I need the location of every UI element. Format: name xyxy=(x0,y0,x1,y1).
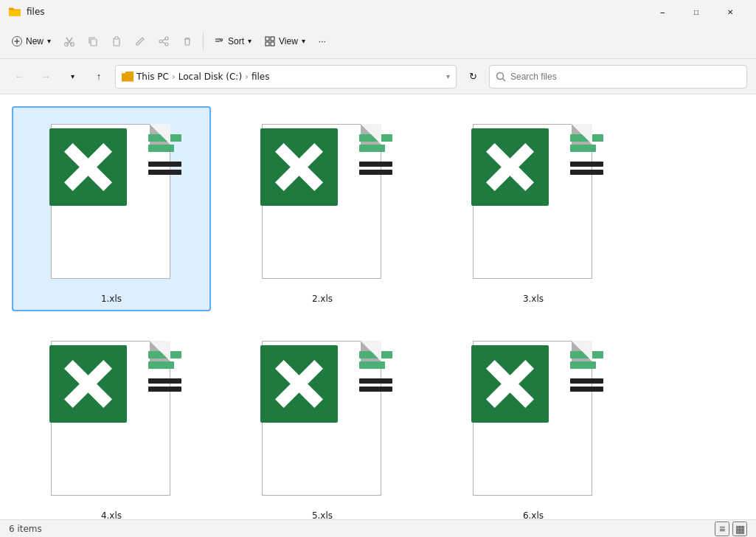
doc-corner-fold xyxy=(572,124,592,145)
excel-bg: ✕ ✕ xyxy=(260,345,338,423)
doc-corner-fold xyxy=(572,341,592,361)
status-bar: 6 items ≡ ▦ xyxy=(0,519,756,537)
file-area: ✕ ✕ 1.xls xyxy=(0,94,756,519)
more-button[interactable]: ··· xyxy=(313,29,332,54)
new-label: New xyxy=(26,36,44,46)
copy-button[interactable] xyxy=(82,29,104,54)
separator-1 xyxy=(203,32,204,50)
back-button[interactable]: ← xyxy=(9,66,30,87)
svg-rect-7 xyxy=(91,39,97,46)
paste-icon xyxy=(111,36,122,46)
file-label: 5.xls xyxy=(312,510,333,519)
new-chevron: ▾ xyxy=(47,37,51,45)
file-item[interactable]: ✕ ✕ 1.xls xyxy=(12,106,211,311)
sort-button[interactable]: Sort ▾ xyxy=(208,29,257,54)
file-item[interactable]: ✕ ✕ 2.xls xyxy=(223,106,422,311)
more-label: ··· xyxy=(319,36,326,46)
excel-bg: ✕ ✕ xyxy=(471,128,549,206)
maximize-button[interactable]: □ xyxy=(679,0,713,24)
breadcrumb-localdisk: Local Disk (C:) xyxy=(178,72,242,82)
breadcrumb-thispc: This PC xyxy=(136,72,169,82)
svg-point-12 xyxy=(159,40,162,43)
view-chevron: ▾ xyxy=(302,37,305,45)
toolbar: New ▾ Sort ▾ View ▾ ··· xyxy=(0,24,756,59)
svg-rect-19 xyxy=(266,42,269,46)
excel-embed: ✕ ✕ xyxy=(471,128,549,206)
up-button[interactable]: ↑ xyxy=(89,66,109,87)
excel-embed: ✕ ✕ xyxy=(471,345,549,423)
svg-line-13 xyxy=(162,39,165,41)
view-icon xyxy=(265,36,275,46)
view-button[interactable]: View ▾ xyxy=(259,29,311,54)
paste-button[interactable] xyxy=(105,29,128,54)
file-item[interactable]: ✕ ✕ 3.xls xyxy=(434,106,633,311)
window-controls: ‒ □ ✕ xyxy=(645,0,747,24)
file-item[interactable]: ✕ ✕ 4.xls xyxy=(12,323,211,519)
file-item[interactable]: ✕ ✕ 6.xls xyxy=(434,323,633,519)
sort-label: Sort xyxy=(228,36,244,46)
svg-rect-18 xyxy=(271,37,274,41)
breadcrumb-expand[interactable]: ▾ xyxy=(446,72,450,80)
excel-embed: ✕ ✕ xyxy=(49,345,127,423)
excel-embed: ✕ ✕ xyxy=(260,345,338,423)
svg-point-11 xyxy=(165,43,168,46)
file-label: 3.xls xyxy=(523,294,544,304)
close-button[interactable]: ✕ xyxy=(713,0,747,24)
excel-bg: ✕ ✕ xyxy=(49,128,127,206)
svg-point-21 xyxy=(497,72,504,79)
share-button[interactable] xyxy=(153,29,175,54)
breadcrumb-folder-icon xyxy=(122,72,133,82)
new-button[interactable]: New ▾ xyxy=(6,29,57,54)
grid-view-button[interactable]: ▦ xyxy=(732,522,747,536)
list-view-button[interactable]: ≡ xyxy=(715,522,729,536)
svg-rect-17 xyxy=(266,37,269,41)
doc-corner-fold xyxy=(361,341,381,361)
file-icon-wrapper: ✕ ✕ xyxy=(460,114,607,291)
recent-button[interactable]: ▾ xyxy=(62,66,83,87)
copy-icon xyxy=(88,36,98,46)
file-grid: ✕ ✕ 1.xls xyxy=(12,106,744,519)
search-input[interactable] xyxy=(510,72,741,82)
address-bar: ← → ▾ ↑ This PC › Local Disk (C:) › file… xyxy=(0,59,756,94)
excel-bg: ✕ ✕ xyxy=(260,128,338,206)
excel-bg: ✕ ✕ xyxy=(49,345,127,423)
title-bar: files ‒ □ ✕ xyxy=(0,0,756,24)
doc-corner-fold xyxy=(150,341,170,361)
doc-corner-fold xyxy=(361,124,381,145)
excel-embed: ✕ ✕ xyxy=(49,128,127,206)
file-label: 6.xls xyxy=(523,510,544,519)
excel-embed: ✕ ✕ xyxy=(260,128,338,206)
svg-rect-9 xyxy=(115,37,118,39)
excel-bg: ✕ ✕ xyxy=(471,345,549,423)
refresh-button[interactable]: ↻ xyxy=(462,66,483,87)
doc-corner-fold xyxy=(150,124,170,145)
svg-point-10 xyxy=(165,37,168,40)
rename-button[interactable] xyxy=(129,29,151,54)
svg-rect-20 xyxy=(271,42,274,46)
breadcrumb-text: This PC › Local Disk (C:) › files xyxy=(136,72,269,82)
svg-line-22 xyxy=(503,78,506,81)
forward-button[interactable]: → xyxy=(35,66,56,87)
file-label: 4.xls xyxy=(101,510,122,519)
breadcrumb-files: files xyxy=(252,72,270,82)
file-item[interactable]: ✕ ✕ 5.xls xyxy=(223,323,422,519)
file-icon-wrapper: ✕ ✕ xyxy=(38,114,185,291)
cut-button[interactable] xyxy=(58,29,80,54)
share-icon xyxy=(159,36,169,46)
sort-icon xyxy=(214,36,224,46)
search-box[interactable] xyxy=(489,65,747,89)
file-icon-wrapper: ✕ ✕ xyxy=(249,114,396,291)
delete-button[interactable] xyxy=(176,29,198,54)
file-icon-wrapper: ✕ ✕ xyxy=(38,330,185,507)
new-icon xyxy=(12,36,22,46)
sort-chevron: ▾ xyxy=(248,37,252,45)
svg-line-14 xyxy=(162,42,165,44)
breadcrumb[interactable]: This PC › Local Disk (C:) › files ▾ xyxy=(115,65,457,89)
delete-icon xyxy=(182,36,193,46)
file-icon-wrapper: ✕ ✕ xyxy=(460,330,607,507)
file-icon-wrapper: ✕ ✕ xyxy=(249,330,396,507)
view-label: View xyxy=(279,36,298,46)
file-label: 2.xls xyxy=(312,294,333,304)
window-title: files xyxy=(27,7,45,17)
minimize-button[interactable]: ‒ xyxy=(645,0,679,24)
